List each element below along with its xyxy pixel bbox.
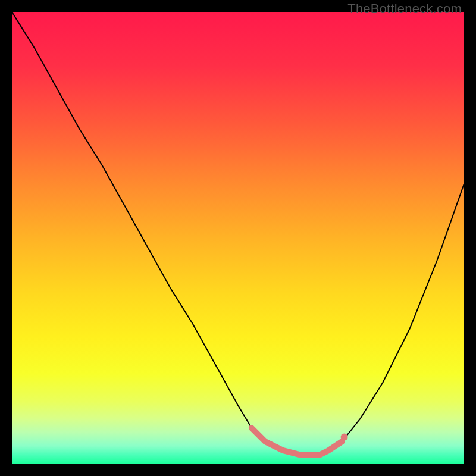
chart-frame [12, 12, 464, 464]
bottleneck-curve [12, 12, 464, 455]
chart-curve-layer [12, 12, 464, 464]
flat-region-marker [252, 428, 342, 455]
marker-end-dot [341, 433, 348, 440]
watermark-text: TheBottleneck.com [347, 1, 462, 17]
